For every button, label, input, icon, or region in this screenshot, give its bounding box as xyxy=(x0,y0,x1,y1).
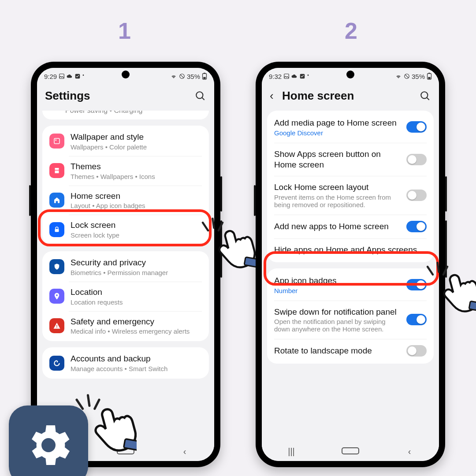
row-title: Hide apps on Home and Apps screens xyxy=(274,245,427,255)
home-icon xyxy=(49,193,64,208)
header: Settings xyxy=(37,83,214,111)
shield-icon xyxy=(49,259,64,274)
row-title: Rotate to landscape mode xyxy=(274,346,402,356)
settings-card-display: Wallpaper and style Wallpapers • Color p… xyxy=(42,126,209,245)
row-title: Location xyxy=(71,287,202,298)
themes-icon xyxy=(49,163,64,178)
search-icon[interactable] xyxy=(195,90,206,102)
row-title: Themes xyxy=(71,161,202,172)
page-title: Settings xyxy=(45,89,195,103)
row-add-media-page[interactable]: Add media page to Home screen Google Dis… xyxy=(267,112,434,143)
wallpaper-icon xyxy=(49,134,64,149)
settings-card-accounts: Accounts and backup Manage accounts • Sm… xyxy=(42,347,209,379)
row-subtitle: Biometrics • Permission manager xyxy=(71,269,202,276)
svg-rect-13 xyxy=(284,74,289,79)
backup-icon xyxy=(49,356,64,371)
back-icon[interactable]: ‹ xyxy=(270,89,282,103)
row-subtitle: Location requests xyxy=(71,298,202,306)
alert-icon xyxy=(49,318,64,333)
toggle[interactable] xyxy=(406,121,427,133)
row-subtitle: Number xyxy=(274,287,402,294)
svg-line-22 xyxy=(213,219,214,228)
cloud-icon xyxy=(291,73,298,79)
row-safety-emergency[interactable]: Safety and emergency Medical info • Wire… xyxy=(42,311,209,341)
row-wallpaper-style[interactable]: Wallpaper and style Wallpapers • Color p… xyxy=(42,126,209,156)
row-add-new-apps[interactable]: Add new apps to Home screen xyxy=(267,215,434,238)
svg-rect-12 xyxy=(56,327,57,328)
row-title: Safety and emergency xyxy=(71,316,202,327)
svg-line-23 xyxy=(219,223,223,231)
row-hide-apps[interactable]: Hide apps on Home and Apps screens xyxy=(267,238,434,261)
row-title: Home screen xyxy=(71,191,202,201)
toggle[interactable] xyxy=(406,221,427,232)
home-screen-card-2: App icon badges Number Swipe down for no… xyxy=(267,268,434,364)
toggle[interactable] xyxy=(406,345,427,357)
row-home-screen[interactable]: Home screen Layout • App icon badges xyxy=(42,186,209,215)
row-location[interactable]: Location Location requests xyxy=(42,282,209,311)
svg-rect-9 xyxy=(55,229,59,232)
svg-point-10 xyxy=(56,294,58,296)
row-subtitle: Open the notification panel by swiping d… xyxy=(274,318,402,333)
nav-home-icon[interactable] xyxy=(342,446,359,457)
step-number-1: 1 xyxy=(118,18,131,44)
svg-line-30 xyxy=(88,395,89,406)
svg-point-8 xyxy=(55,140,56,141)
svg-line-21 xyxy=(203,223,208,231)
svg-rect-5 xyxy=(204,73,205,74)
header: ‹ Home screen xyxy=(262,83,439,111)
svg-point-6 xyxy=(196,92,203,98)
nav-recent-icon[interactable]: ||| xyxy=(283,446,300,457)
row-accounts-backup[interactable]: Accounts and backup Manage accounts • Sm… xyxy=(42,348,209,378)
row-title: Wallpaper and style xyxy=(71,132,202,142)
row-title: App icon badges xyxy=(274,275,402,286)
tap-pointer-1 xyxy=(190,216,256,282)
svg-line-27 xyxy=(443,267,447,275)
row-title: Lock screen xyxy=(71,220,202,231)
no-data-icon xyxy=(179,73,185,79)
check-icon xyxy=(74,73,81,79)
home-screen-card-1: Add media page to Home screen Google Dis… xyxy=(267,111,434,262)
row-show-apps-button[interactable]: Show Apps screen button on Home screen xyxy=(267,143,434,176)
search-icon[interactable] xyxy=(420,90,431,102)
row-title: Add new apps to Home screen xyxy=(274,221,402,232)
row-title: Security and privacy xyxy=(71,257,202,268)
status-time: 9:32 xyxy=(269,73,282,80)
svg-rect-4 xyxy=(203,77,205,79)
nav-back-icon[interactable]: ‹ xyxy=(401,446,418,457)
image-icon xyxy=(283,73,290,79)
row-subtitle: Layout • App icon badges xyxy=(71,202,202,209)
front-camera xyxy=(122,71,130,78)
row-title: Swipe down for notification panel xyxy=(274,307,402,317)
svg-line-31 xyxy=(95,400,99,409)
row-lock-layout[interactable]: Lock Home screen layout Prevent items on… xyxy=(267,176,434,215)
more-dot-icon: • xyxy=(307,73,309,78)
row-subtitle: Themes • Wallpapers • Icons xyxy=(71,173,202,180)
tap-pointer-2 xyxy=(414,260,476,326)
check-icon xyxy=(299,73,305,79)
row-themes[interactable]: Themes Themes • Wallpapers • Icons xyxy=(42,156,209,186)
tap-pointer-app xyxy=(62,392,137,467)
lock-icon xyxy=(49,222,64,237)
battery-icon xyxy=(427,73,432,80)
row-rotate-landscape[interactable]: Rotate to landscape mode xyxy=(267,339,434,363)
nav-back-icon[interactable]: ‹ xyxy=(176,446,193,457)
row-title: Lock Home screen layout xyxy=(274,182,402,193)
row-swipe-down[interactable]: Swipe down for notification panel Open t… xyxy=(267,301,434,339)
toggle[interactable] xyxy=(406,190,427,201)
wifi-icon xyxy=(395,73,402,79)
more-dot-icon: • xyxy=(82,73,84,78)
row-security-privacy[interactable]: Security and privacy Biometrics • Permis… xyxy=(42,252,209,282)
page-title: Home screen xyxy=(282,89,420,103)
row-app-icon-badges[interactable]: App icon badges Number xyxy=(267,269,434,301)
row-lock-screen[interactable]: Lock screen Screen lock type xyxy=(42,215,209,244)
nav-bar: ||| ‹ xyxy=(262,442,439,461)
no-data-icon xyxy=(404,73,410,79)
svg-rect-18 xyxy=(428,73,430,74)
svg-line-29 xyxy=(77,400,83,409)
row-title: Accounts and backup xyxy=(71,353,202,364)
wifi-icon xyxy=(170,73,177,79)
toggle[interactable] xyxy=(406,154,427,165)
cloud-icon xyxy=(67,73,73,79)
svg-rect-7 xyxy=(54,138,60,144)
row-title: Show Apps screen button on Home screen xyxy=(274,149,402,170)
